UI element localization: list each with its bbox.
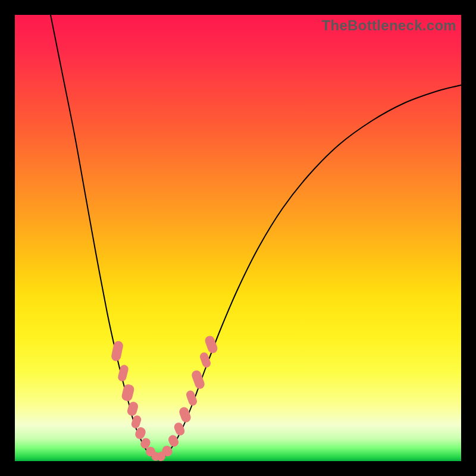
chart-curves — [15, 15, 461, 461]
left-curve — [51, 15, 156, 460]
right-curve — [159, 85, 461, 460]
plot-area: TheBottleneck.com — [15, 15, 461, 461]
